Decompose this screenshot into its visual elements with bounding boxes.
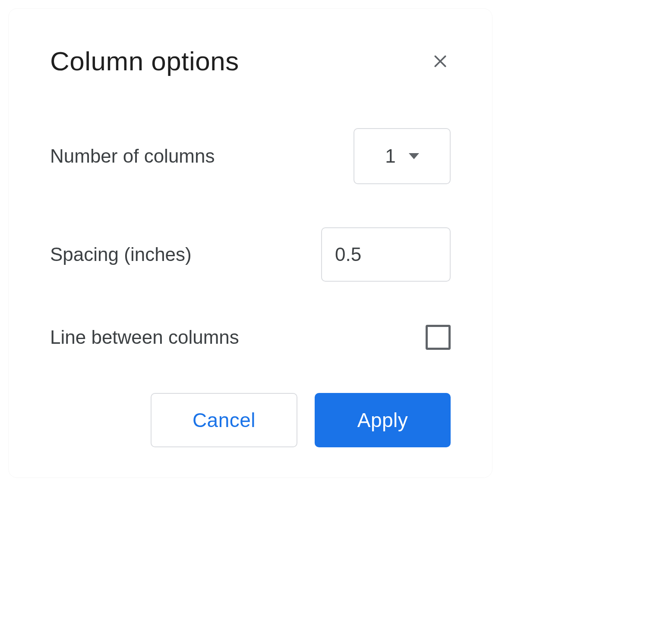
- cancel-button[interactable]: Cancel: [151, 393, 297, 447]
- line-between-label: Line between columns: [50, 327, 239, 348]
- column-options-dialog: Column options Number of columns 1 Spaci…: [9, 9, 492, 478]
- number-of-columns-value: 1: [385, 145, 395, 167]
- close-button[interactable]: [430, 51, 451, 72]
- number-of-columns-select[interactable]: 1: [354, 128, 451, 184]
- line-between-checkbox[interactable]: [426, 325, 451, 350]
- dialog-buttons: Cancel Apply: [50, 393, 451, 447]
- line-between-checkbox-wrap: [395, 325, 451, 350]
- apply-button[interactable]: Apply: [315, 393, 451, 447]
- number-of-columns-row: Number of columns 1: [50, 128, 451, 184]
- spacing-row: Spacing (inches): [50, 227, 451, 282]
- line-between-row: Line between columns: [50, 325, 451, 350]
- spacing-input[interactable]: [321, 227, 451, 282]
- close-icon: [432, 53, 449, 70]
- number-of-columns-label: Number of columns: [50, 145, 215, 167]
- spacing-label: Spacing (inches): [50, 244, 192, 265]
- dialog-title: Column options: [50, 46, 239, 76]
- dialog-header: Column options: [50, 46, 451, 76]
- chevron-down-icon: [409, 153, 419, 159]
